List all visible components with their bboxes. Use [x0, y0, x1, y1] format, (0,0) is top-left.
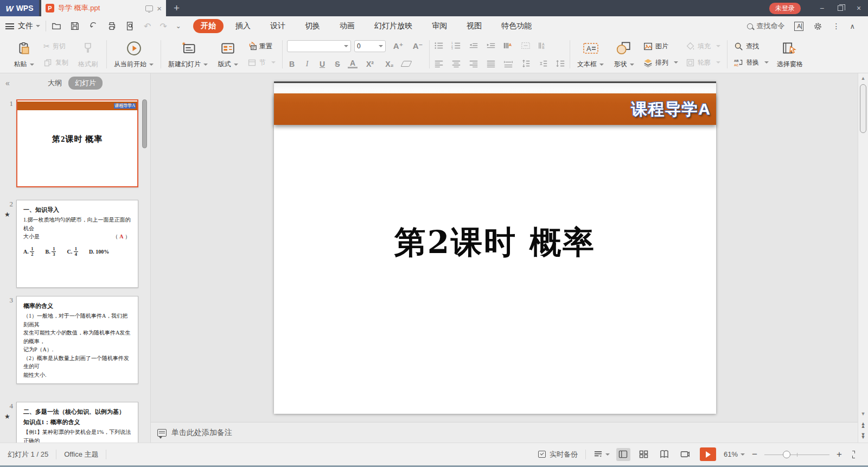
tab-home[interactable]: 开始	[193, 19, 224, 33]
export-icon[interactable]	[88, 21, 98, 31]
slide-thumbnail-3[interactable]: 3 概率的含义 （1）一般地，对于一个随机事件A，我们把刻画其 发生可能性大小的…	[0, 296, 150, 384]
restore-button[interactable]	[831, 0, 850, 16]
clear-format-icon[interactable]	[400, 61, 412, 67]
new-slide-button[interactable]: ＊ 新建幻灯片	[165, 38, 210, 71]
vertical-text-icon[interactable]: AB	[538, 41, 548, 50]
play-from-current-button[interactable]: 从当前开始	[111, 38, 156, 71]
align-right-icon[interactable]	[469, 59, 478, 68]
notes-placeholder[interactable]: 单击此处添加备注	[171, 428, 232, 438]
thumbnail-canvas[interactable]: 二、多题一法（核心知识、以例为基） 知识点1：概率的含义 【例1】某种彩票的中奖…	[16, 402, 138, 443]
subscript-button[interactable]: X₂	[382, 60, 397, 68]
slides-tab[interactable]: 幻灯片	[68, 77, 103, 90]
fill-button[interactable]: 填充	[684, 41, 723, 52]
file-menu[interactable]: 文件	[18, 21, 33, 31]
italic-button[interactable]: I	[302, 60, 312, 68]
collapse-panel-icon[interactable]: «	[5, 79, 10, 87]
line-spacing-icon[interactable]	[556, 59, 565, 68]
shapes-button[interactable]: 形状	[610, 38, 638, 71]
reset-button[interactable]: 重置	[245, 41, 278, 52]
text-box-align-icon[interactable]	[521, 41, 531, 50]
thumbnail-canvas[interactable]: 概率的含义 （1）一般地，对于一个随机事件A，我们把刻画其 发生可能性大小的数值…	[16, 296, 138, 384]
print-icon[interactable]	[107, 21, 117, 31]
menu-icon[interactable]	[5, 23, 14, 29]
font-size-select[interactable]: 0	[354, 40, 386, 52]
outline-button[interactable]: 轮廓	[684, 57, 723, 68]
section-button[interactable]: 节	[245, 57, 278, 68]
new-tab-button[interactable]: +	[166, 0, 187, 16]
save-icon[interactable]	[70, 21, 80, 31]
slide-canvas[interactable]: 课程导学A 第2课时 概率	[274, 81, 716, 414]
thumbnail-canvas[interactable]: 一、知识导入 1.掷一枚质地均匀的硬币，向上一面是正面的机会 大小是 （ A ）…	[16, 200, 138, 288]
strikethrough-button[interactable]: S	[333, 60, 342, 68]
redo-icon[interactable]: ↷	[159, 21, 167, 31]
row-spacing-down-icon[interactable]	[538, 59, 548, 68]
row-spacing-up-icon[interactable]	[521, 59, 531, 68]
font-family-select[interactable]	[287, 40, 351, 52]
tab-design[interactable]: 设计	[263, 19, 293, 33]
main-scrollbar-thumb[interactable]	[860, 84, 866, 133]
file-menu-chevron-icon[interactable]	[36, 25, 40, 27]
tab-slideshow[interactable]: 幻灯片放映	[367, 19, 420, 33]
open-icon[interactable]	[52, 21, 61, 31]
zoom-out-button[interactable]: −	[750, 449, 759, 460]
notes-bar[interactable]: 单击此处添加备注	[151, 422, 858, 443]
slide-banner-text[interactable]: 课程导学A	[631, 98, 711, 121]
window-mode-icon[interactable]	[145, 5, 153, 11]
scroll-down-icon[interactable]: ▼	[858, 411, 868, 416]
theme-name[interactable]: Office 主题	[64, 450, 98, 459]
replace-button[interactable]: ABAC 替换	[732, 57, 771, 68]
cut-button[interactable]: ✂ 剪切	[41, 41, 71, 52]
paste-button[interactable]: 粘贴	[10, 38, 38, 71]
layout-button[interactable]: 版式	[214, 38, 242, 71]
close-button[interactable]: ×	[850, 0, 868, 16]
normal-view-button[interactable]	[616, 448, 630, 461]
align-center-icon[interactable]	[451, 59, 461, 68]
realtime-backup[interactable]: 实时备份	[538, 450, 578, 459]
collapse-ribbon-icon[interactable]: ∧	[850, 22, 855, 30]
bold-button[interactable]: B	[287, 60, 297, 68]
outline-tab[interactable]: 大纲	[48, 78, 62, 88]
tab-view[interactable]: 视图	[459, 19, 489, 33]
text-direction-icon[interactable]: A	[503, 41, 513, 50]
fit-to-window-icon[interactable]	[852, 451, 860, 458]
panel-scrollbar-thumb[interactable]	[142, 99, 147, 148]
main-scrollbar[interactable]: ▲ ▼ ▲ ▲ ▼ ▼	[858, 73, 868, 443]
undo-icon[interactable]: ↶	[144, 21, 151, 31]
tab-review[interactable]: 审阅	[424, 19, 455, 33]
decrease-indent-icon[interactable]	[469, 41, 478, 50]
thumbnail-canvas[interactable]: 课程导学A 第2课时 概率	[16, 99, 138, 187]
wps-logo[interactable]: W WPS	[0, 0, 39, 16]
slide-banner[interactable]: 课程导学A	[274, 93, 716, 125]
print-preview-icon[interactable]	[125, 21, 135, 31]
slide-thumbnail-1[interactable]: 1 课程导学A 第2课时 概率	[0, 99, 150, 187]
picture-button[interactable]: 图片	[641, 41, 680, 52]
zoom-level[interactable]: 61%	[724, 450, 745, 458]
play-slideshow-button[interactable]	[700, 447, 716, 461]
align-left-icon[interactable]	[434, 59, 444, 68]
more-options-icon[interactable]: ⋮	[832, 22, 840, 30]
zoom-slider-handle[interactable]	[783, 451, 790, 458]
previous-slide-button[interactable]: ▲ ▲	[858, 422, 868, 428]
textbox-button[interactable]: A 文本框	[575, 38, 607, 71]
numbered-list-icon[interactable]: 123	[451, 41, 461, 50]
arrange-button[interactable]: 排列	[641, 57, 680, 68]
command-search[interactable]: 查找命令	[747, 21, 784, 31]
scroll-up-icon[interactable]: ▲	[858, 75, 868, 81]
login-status-badge[interactable]: 未登录	[769, 3, 801, 14]
increase-indent-icon[interactable]	[486, 41, 496, 50]
justify-icon[interactable]	[486, 59, 496, 68]
document-tab[interactable]: P 导学 概率.ppt ×	[41, 0, 166, 16]
zoom-in-button[interactable]: +	[835, 449, 844, 460]
tab-animations[interactable]: 动画	[332, 19, 362, 33]
slide-title[interactable]: 第2课时 概率	[274, 222, 716, 264]
toolbar-more-chevron-icon[interactable]: ⌄	[176, 22, 181, 30]
find-button[interactable]: 查找	[732, 41, 771, 52]
underline-button[interactable]: U	[317, 60, 327, 68]
zoom-slider[interactable]	[764, 450, 829, 459]
bullet-list-icon[interactable]	[434, 41, 444, 50]
distribute-icon[interactable]	[503, 59, 513, 68]
slideshow-view-button[interactable]	[678, 448, 692, 461]
tab-close-icon[interactable]: ×	[157, 4, 162, 12]
gear-icon[interactable]	[813, 22, 822, 31]
minimize-button[interactable]: −	[813, 0, 831, 16]
